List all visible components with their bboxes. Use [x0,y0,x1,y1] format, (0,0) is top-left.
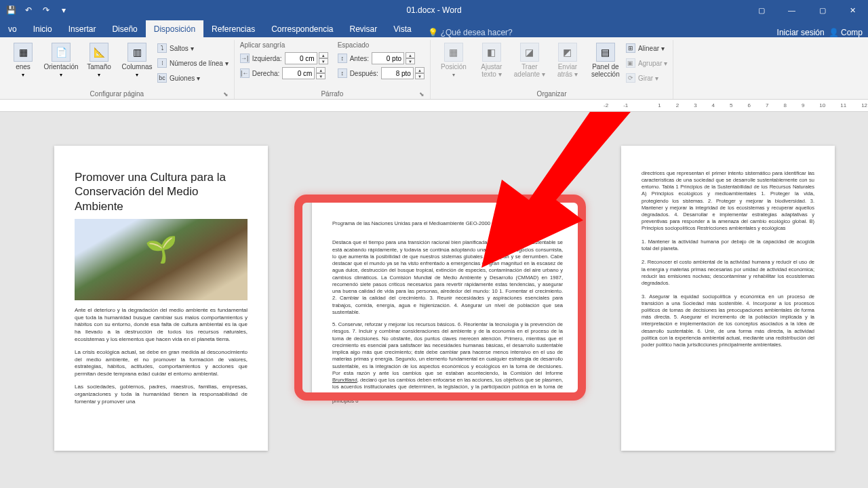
page3-p2: 1. Mantener la actividad humana por deba… [642,239,814,252]
spacing-after-icon: ↕ [338,68,347,78]
orientation-button[interactable]: 📄Orientación▾ [43,41,79,79]
spin-up-icon[interactable]: ▲ [316,67,326,73]
tab-diseno[interactable]: Diseño [104,20,145,37]
undo-icon[interactable]: ↶ [23,5,34,16]
columns-button[interactable]: ▥Columnas▾ [119,41,155,79]
spin-down-icon[interactable]: ▼ [415,73,425,79]
page1-image[interactable] [75,219,248,300]
tell-me-search[interactable]: 💡 ¿Qué desea hacer? [428,28,513,37]
orientation-icon: 📄 [52,43,71,62]
sign-in-area: Iniciar sesión 👤 Comp [777,28,863,37]
rotate-button[interactable]: ⟳Girar ▾ [626,71,667,85]
spacing-before-icon: ↕ [338,54,347,63]
page1-p2: La crisis ecológica actual, se debe en g… [75,349,248,378]
group-arrange: ▦Posición▾ ◧Ajustar texto ▾ ◪Traer adela… [431,40,673,99]
position-icon: ▦ [444,43,463,62]
indent-left-input[interactable] [285,52,317,64]
spin-up-icon[interactable]: ▲ [406,52,415,58]
brundtland-link[interactable]: Brundtland [332,377,357,383]
wrap-icon: ◧ [482,43,501,62]
maximize-icon[interactable]: ▢ [807,0,837,20]
forward-icon: ◪ [520,43,539,62]
breaks-button[interactable]: ⤵Saltos ▾ [157,41,229,55]
line-numbers-icon: ⁝ [157,58,167,68]
tab-revisar[interactable]: Revisar [342,20,386,37]
tab-inicio[interactable]: Inicio [25,20,60,37]
page1-p1: Ante el deterioro y la degradación del m… [75,307,248,344]
close-icon[interactable]: ✕ [837,0,868,20]
minimize-icon[interactable]: — [776,0,807,20]
spin-down-icon[interactable]: ▼ [319,58,328,64]
margins-icon: ▦ [14,43,33,62]
ribbon: ▦enes▾ 📄Orientación▾ 📐Tamaño▾ ▥Columnas▾… [0,37,868,100]
page2-p1: Programa de las Naciones Unidas para el … [332,220,563,227]
hyphenation-button[interactable]: bcGuiones ▾ [157,71,229,85]
size-button[interactable]: 📐Tamaño▾ [81,41,117,79]
spacing-after-label: Después: [350,70,378,77]
group-icon: ▣ [626,58,635,68]
document-title: 01.docx - Word [406,5,461,15]
indent-right-input[interactable] [282,67,315,79]
qat-customize-icon[interactable]: ▾ [58,5,69,16]
hyphenation-icon: bc [157,73,167,83]
group-page-setup: ▦enes▾ 📄Orientación▾ 📐Tamaño▾ ▥Columnas▾… [0,40,235,99]
paragraph-launcher-icon[interactable]: ⬊ [419,91,425,98]
margins-button[interactable]: ▦enes▾ [5,41,41,79]
tab-vista[interactable]: Vista [385,20,419,37]
spacing-heading: Espaciado [338,41,425,49]
wrap-text-button[interactable]: ◧Ajustar texto ▾ [474,41,509,79]
spacing-before-label: Antes: [350,55,369,62]
sign-in-link[interactable]: Iniciar sesión [777,28,825,37]
lightbulb-icon: 💡 [428,28,438,37]
save-icon[interactable]: 💾 [5,5,16,16]
align-button[interactable]: ⊞Alinear ▾ [626,41,667,55]
page-2[interactable]: Programa de las Naciones Unidas para el … [312,200,583,396]
spacing-after-input[interactable] [381,67,414,79]
document-canvas[interactable]: Promover una Cultura para la Conservació… [0,112,868,488]
ribbon-display-icon[interactable]: ▢ [746,0,776,20]
window-controls: ▢ — ▢ ✕ [746,0,868,20]
page-setup-launcher-icon[interactable]: ⬊ [223,91,229,98]
paragraph-label: Párrafo⬊ [240,89,425,99]
share-button[interactable]: 👤 Comp [829,28,863,37]
selection-pane-button[interactable]: ▤Panel de selección [588,41,623,79]
page2-p2: Destaca que el tiempo para una transició… [332,239,563,316]
quick-access-toolbar: 💾 ↶ ↷ ▾ [0,5,69,16]
group-button[interactable]: ▣Agrupar ▾ [626,56,667,70]
page3-p1: directrices que representan el primer in… [642,170,814,232]
send-backward-button[interactable]: ◩Enviar atrás ▾ [550,41,585,79]
page3-p4: 3. Asegurar la equidad sociopolítica y e… [642,293,814,348]
indent-right-icon: |← [240,68,250,78]
tab-insertar[interactable]: Insertar [60,20,104,37]
spacing-before-input[interactable] [372,52,404,64]
tab-correspondencia[interactable]: Correspondencia [263,20,341,37]
backward-icon: ◩ [558,43,577,62]
tell-me-label: ¿Qué desea hacer? [441,28,513,37]
position-button[interactable]: ▦Posición▾ [436,41,471,79]
indent-heading: Aplicar sangría [240,41,328,49]
tab-referencias[interactable]: Referencias [203,20,263,37]
tab-archivo[interactable]: vo [0,20,25,37]
size-icon: 📐 [90,43,108,62]
spin-up-icon[interactable]: ▲ [415,67,425,73]
selection-pane-icon: ▤ [596,43,615,62]
indent-right-label: Derecha: [252,70,280,77]
arrange-label: Organizar [436,89,667,99]
redo-icon[interactable]: ↷ [41,5,52,16]
page1-title: Promover una Cultura para la Conservació… [75,170,248,214]
ribbon-tabs: vo Inicio Insertar Diseño Disposición Re… [0,20,868,37]
page-3[interactable]: directrices que representan el primer in… [621,146,835,451]
bring-forward-button[interactable]: ◪Traer adelante ▾ [512,41,547,79]
spin-down-icon[interactable]: ▼ [406,58,415,64]
rotate-icon: ⟳ [626,73,635,83]
horizontal-ruler[interactable]: -2-112345678910111213141516 [0,100,868,112]
page-1[interactable]: Promover una Cultura para la Conservació… [54,146,268,451]
indent-left-label: Izquierda: [252,55,282,62]
line-numbers-button[interactable]: ⁝Números de línea ▾ [157,56,229,70]
tab-disposicion[interactable]: Disposición [146,20,203,37]
page1-p3: Las sociedades, gobiernos, padres, maest… [75,384,248,405]
spin-up-icon[interactable]: ▲ [319,52,328,58]
breaks-icon: ⤵ [157,43,167,53]
group-paragraph: Aplicar sangría →|Izquierda: ▲▼ |←Derech… [235,40,431,99]
spin-down-icon[interactable]: ▼ [316,73,326,79]
